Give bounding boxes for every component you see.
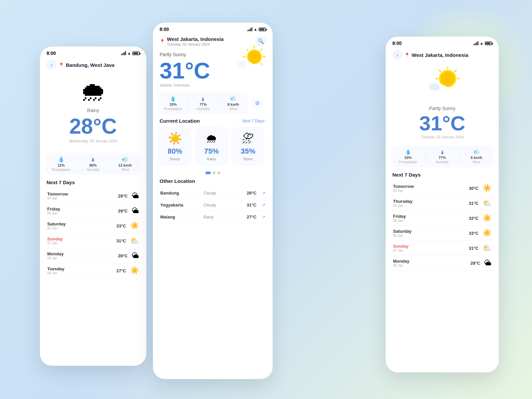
forecast-sunny: ☀️ 80% Sunny: [158, 127, 192, 166]
time-right: 8:00: [392, 41, 402, 46]
location-row-left: ‹ 📍 Bandung, West Java: [40, 58, 146, 72]
wind-value-right: 8 km/h: [471, 156, 482, 160]
location-row-right: ‹ 📍 West Jakarta, Indonesia: [386, 48, 499, 62]
day-icon: ☀️: [130, 266, 139, 275]
day-icon: ☀️: [482, 184, 491, 193]
day-name: Tuesday: [47, 266, 70, 271]
weather-hero-left: 🌧 Rainy 28°C Wednesday, 03 January 2024: [40, 72, 146, 148]
day-date: 03 Jan: [393, 189, 436, 193]
day-row: Tomorrow 03 Jan 30°C ☀️: [391, 181, 493, 196]
day-name: Sunday: [393, 244, 416, 249]
wind-icon-left: 💨: [122, 156, 128, 163]
dot-3: [217, 172, 220, 174]
condition-left: Rainy: [47, 108, 140, 113]
next7-link-center[interactable]: Next 7 Days ›: [242, 119, 266, 123]
back-button-left[interactable]: ‹: [47, 60, 57, 70]
seven-title-left: Next 7 Days: [45, 180, 141, 189]
day-name-col: Saturday 06 Jan: [47, 221, 87, 230]
precip-icon-left: 💧: [58, 156, 65, 163]
precip-value-left: 12%: [58, 163, 65, 167]
humidity-value-left: 80%: [89, 163, 97, 167]
sunny-icon: ☀️: [168, 132, 183, 146]
wind-stat-center: 💨 8 km/h Wind: [218, 96, 248, 111]
svg-point-14: [237, 61, 247, 68]
location-row-item: Bandung Cloudy 28°C ↗: [158, 187, 267, 199]
seven-title-right: Next 7 Days: [391, 172, 493, 181]
svg-point-1: [248, 51, 260, 63]
status-icons-center: ▲: [247, 27, 266, 31]
day-temp: 27°C: [87, 268, 126, 273]
time-center: 8:00: [160, 27, 169, 32]
precip-label-left: Precipitation: [52, 168, 70, 172]
day-row: Monday 08 Jan 28°C 🌥: [45, 248, 141, 263]
humidity-label-center: Humidity: [197, 107, 210, 111]
gear-button-center[interactable]: ⚙: [251, 97, 263, 109]
day-name-col: Thursday 04 Jan: [393, 199, 436, 207]
day-name: Monday: [393, 259, 416, 264]
day-name: Thursday: [393, 199, 416, 204]
loc-temp: 27°C: [247, 214, 256, 219]
stats-row-center: 💧 10% Precipitation 🌢 77% Humidity 💨 8 k…: [158, 92, 267, 114]
day-name: Monday: [47, 251, 70, 256]
date-left: Wednesday, 03 January 2024: [47, 139, 140, 143]
precip-icon-center: 💧: [170, 96, 176, 102]
date-right: Tuesday, 02 January 2024: [392, 135, 492, 139]
battery-icon-center: [259, 28, 266, 31]
day-row: Saturday 06 Jan 33°C ☀️: [45, 218, 141, 233]
humidity-value-right: 77%: [439, 156, 446, 160]
humidity-stat-left: 🌢 80% Humidity: [77, 157, 109, 172]
other-locations-center: Other Location Bandung Cloudy 28°C ↗ Yog…: [153, 178, 273, 226]
day-name-col: Sunday 07 Jan: [47, 236, 87, 245]
day-name: Tomorrow: [393, 184, 416, 189]
back-button-right[interactable]: ‹: [392, 50, 402, 60]
wind-icon-center: 💨: [230, 96, 236, 102]
day-name: Friday: [393, 214, 416, 219]
location-row-item: Malang Rainy 27°C ↗: [158, 211, 267, 223]
loc-arrow-icon: ↗: [262, 202, 265, 207]
day-icon: 🌥: [132, 192, 139, 200]
day-name-col: Tomorrow 04 Jan: [47, 192, 87, 200]
condition-right: Partly Sunny: [392, 106, 492, 111]
loc-temp: 31°C: [247, 202, 256, 207]
time-left: 8:00: [47, 51, 56, 56]
day-date: 05 Jan: [47, 211, 87, 215]
sunny-pct: 80%: [168, 147, 182, 156]
location-row-item: Yogyakarta Cloudy 31°C ↗: [158, 199, 267, 211]
status-icons-left: ▲: [121, 51, 140, 55]
partly-sunny-icon-right: [421, 66, 464, 104]
seven-days-left: Next 7 Days Tomorrow 04 Jan 28°C 🌥 Frida…: [40, 180, 146, 278]
day-date: 08 Jan: [47, 256, 87, 260]
humidity-icon-left: 🌢: [90, 157, 96, 163]
day-name: Saturday: [47, 221, 70, 226]
humidity-stat-right: 🌢 77% Humidity: [425, 149, 460, 164]
svg-line-20: [439, 70, 441, 72]
wind-icon-right: 💨: [473, 149, 480, 155]
precip-label-center: Precipitation: [164, 107, 182, 111]
day-temp: 31°C: [436, 246, 479, 251]
precip-stat-right: 💧 10% Precipitation: [391, 149, 425, 164]
day-icon: ⛅: [482, 244, 491, 252]
signal-icon-center: [247, 27, 252, 31]
day-icon: 🌥: [484, 259, 491, 267]
day-icon: ⛅: [130, 236, 139, 245]
pagination-dots: [153, 170, 273, 178]
svg-line-6: [247, 49, 248, 51]
svg-line-9: [261, 49, 262, 51]
rain-cloud-icon: 🌧: [47, 78, 140, 105]
day-row: Tomorrow 04 Jan 28°C 🌥: [45, 189, 141, 203]
day-row: Friday 05 Jan 32°C ☀️: [391, 211, 493, 226]
forecast-rainy: 🌧 75% Rainy: [195, 127, 228, 166]
humidity-stat-center: 🌢 77% Humidity: [188, 96, 218, 111]
wind-label-right: Wind: [473, 160, 480, 164]
day-date: 08 Jan: [393, 264, 437, 267]
loc-condition: Cloudy: [203, 191, 244, 196]
precip-stat-center: 💧 10% Precipitation: [158, 96, 188, 111]
left-phone: 8:00 ▲ ‹ 📍 Bandung, West Java 🌧 Rainy 28…: [40, 47, 146, 366]
battery-icon-left: [132, 52, 140, 55]
loc-temp: 28°C: [247, 191, 256, 196]
status-icons-right: ▲: [473, 41, 492, 45]
other-loc-list: Bandung Cloudy 28°C ↗ Yogyakarta Cloudy …: [158, 187, 267, 223]
right-phone: 8:00 ▲ ‹ 📍 West Jakarta, Indonesia: [386, 37, 499, 372]
humidity-icon-right: 🌢: [440, 149, 445, 155]
day-name-col: Friday 05 Jan: [393, 214, 436, 222]
